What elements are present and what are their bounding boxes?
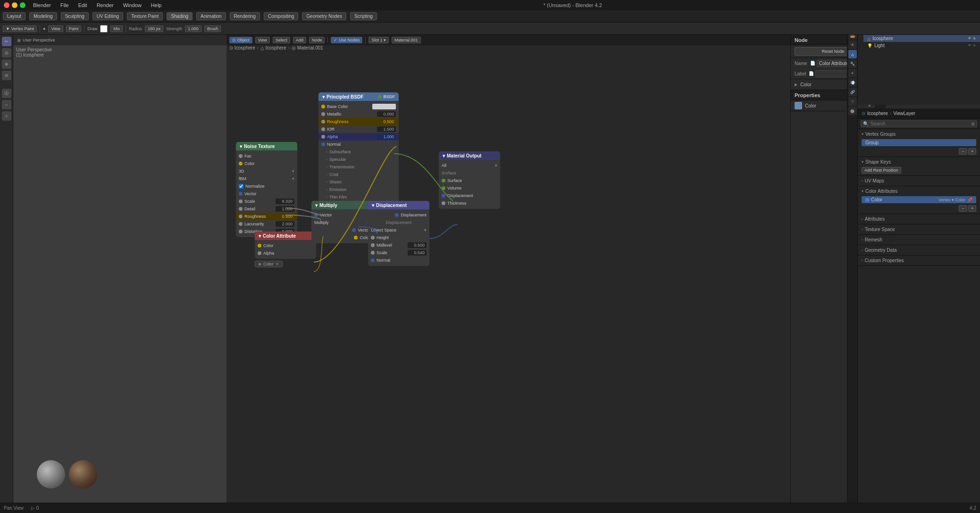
lacunarity-value[interactable]: 2.000 bbox=[276, 221, 294, 227]
header-select-btn[interactable]: Select bbox=[273, 37, 290, 43]
vtab-constraints[interactable]: 🔗 bbox=[848, 88, 857, 96]
color-attributes-label[interactable]: ▾ Color Attributes bbox=[858, 187, 980, 195]
base-color-swatch[interactable] bbox=[372, 104, 396, 109]
menu-file[interactable]: File bbox=[59, 2, 71, 8]
mode-compositing[interactable]: Compositing bbox=[264, 12, 299, 20]
detail-socket[interactable] bbox=[239, 207, 243, 211]
menu-edit[interactable]: Edit bbox=[76, 2, 89, 8]
volume-socket[interactable] bbox=[442, 186, 445, 190]
vector-socket[interactable] bbox=[239, 192, 243, 196]
ico-vis[interactable]: 👁 🖱 bbox=[968, 36, 976, 41]
texture-space-label[interactable]: › Texture Space bbox=[858, 225, 980, 233]
color-socket-out[interactable] bbox=[239, 162, 243, 165]
mode-rendering[interactable]: Rendering bbox=[230, 12, 260, 20]
close-button[interactable] bbox=[4, 2, 9, 8]
header-object-btn[interactable]: ⊙ Object bbox=[229, 37, 252, 43]
remesh-label[interactable]: › Remesh bbox=[858, 236, 980, 244]
mode-sculpting[interactable]: Sculpting bbox=[61, 12, 89, 20]
scale-socket[interactable] bbox=[239, 199, 243, 203]
principled-bsdf-node[interactable]: ▾ Principled BSDF BSDF Base Color Metall… bbox=[318, 92, 399, 203]
custom-properties-label[interactable]: › Custom Properties bbox=[858, 256, 980, 265]
mode-shading[interactable]: Shading bbox=[167, 12, 193, 20]
normalize-check[interactable] bbox=[239, 184, 243, 189]
vtab-modifier[interactable]: 🔧 bbox=[848, 59, 857, 68]
vg-minus[interactable]: − bbox=[959, 148, 967, 155]
use-nodes-btn[interactable]: ✓ Use Nodes bbox=[331, 37, 362, 43]
paint-btn[interactable]: Paint bbox=[66, 25, 82, 32]
noise-dim-arrow[interactable]: ▾ bbox=[292, 169, 294, 174]
mode-layout[interactable]: Layout bbox=[3, 12, 25, 20]
scale-disp-value[interactable]: 0.540 bbox=[408, 250, 427, 256]
mode-modeling[interactable]: Modeling bbox=[29, 12, 57, 20]
lacunarity-socket[interactable] bbox=[239, 222, 243, 226]
vg-plus[interactable]: + bbox=[968, 148, 976, 155]
roughness-socket[interactable] bbox=[239, 215, 243, 218]
search-field[interactable]: 🔍 ⚙ bbox=[861, 120, 977, 127]
height-socket[interactable] bbox=[371, 236, 375, 240]
fac-socket-out[interactable] bbox=[239, 154, 243, 158]
detail-value[interactable]: 1.000 bbox=[276, 206, 294, 212]
material-dropdown[interactable]: Material.001 bbox=[392, 37, 421, 43]
alpha-out-socket[interactable] bbox=[258, 251, 261, 255]
thinfilm-expand[interactable]: › bbox=[326, 195, 327, 199]
attributes-label[interactable]: › Attributes bbox=[858, 215, 980, 223]
shape-keys-label[interactable]: ▾ Shape Keys bbox=[858, 158, 980, 166]
draw-tool[interactable]: ✏ bbox=[2, 37, 11, 46]
header-node-btn[interactable]: Node bbox=[309, 37, 325, 43]
displacement-node[interactable]: ▾ Displacement Displacement Displacement… bbox=[368, 201, 429, 266]
metallic-value[interactable]: 0.000 bbox=[377, 111, 396, 117]
outliner-icosphere[interactable]: △ Icosphere 👁 🖱 bbox=[863, 35, 980, 42]
normal-socket[interactable] bbox=[321, 142, 325, 146]
color-collapse[interactable]: ▶ bbox=[795, 83, 797, 87]
multiply-node[interactable]: ▾ Multiply Vector Multiply ▾ Vector bbox=[311, 201, 373, 243]
annotate-tool[interactable]: Ⓐ bbox=[2, 89, 11, 98]
vtab-data[interactable]: ▽ bbox=[848, 97, 857, 106]
color-attr-active[interactable]: 📌 bbox=[967, 198, 972, 202]
geometry-data-label[interactable]: › Geometry Data bbox=[858, 246, 980, 254]
sheen-expand[interactable]: › bbox=[326, 180, 327, 184]
header-add-btn[interactable]: Add bbox=[293, 37, 306, 43]
node-editor[interactable]: ⊙ Object View Select Add Node ✓ Use Node… bbox=[226, 35, 886, 503]
vertex-group-item[interactable]: Group bbox=[862, 139, 976, 146]
light-vis[interactable]: 👁 🖱 bbox=[968, 43, 976, 48]
menu-window[interactable]: Window bbox=[121, 2, 143, 8]
sk-rest[interactable]: Add Rest Position bbox=[862, 167, 901, 174]
disp-out-socket[interactable] bbox=[395, 213, 399, 217]
surface-socket[interactable] bbox=[442, 179, 445, 182]
noise-type-arrow[interactable]: ▾ bbox=[292, 176, 294, 181]
ca-plus[interactable]: + bbox=[968, 205, 976, 212]
specular-expand[interactable]: › bbox=[326, 157, 327, 162]
search-input[interactable] bbox=[871, 121, 969, 126]
node-viewport[interactable]: ▾ Noise Texture Fac Color 3D ▾ fBM bbox=[226, 45, 886, 503]
midlevel-value[interactable]: 0.500 bbox=[408, 242, 427, 248]
vtab-physics[interactable]: 💨 bbox=[848, 78, 857, 87]
smear-tool[interactable]: ⊘ bbox=[2, 71, 11, 80]
menu-render[interactable]: Render bbox=[95, 2, 116, 8]
vtab-view[interactable]: 👁 bbox=[848, 41, 857, 49]
ior-value[interactable]: 1.500 bbox=[377, 126, 396, 132]
color-out-socket[interactable] bbox=[258, 244, 261, 248]
ior-socket[interactable] bbox=[321, 127, 325, 131]
mode-texture-paint[interactable]: Texture Paint bbox=[127, 12, 163, 20]
disp-space-arrow[interactable]: ▾ bbox=[424, 228, 427, 232]
mode-geometry-nodes[interactable]: Geometry Nodes bbox=[302, 12, 346, 20]
normal-disp-socket[interactable] bbox=[371, 258, 375, 262]
preview-sphere-textured[interactable] bbox=[69, 460, 97, 488]
color-attr-item[interactable]: Color Vertex ▾ Color 📌 bbox=[862, 196, 976, 203]
average-tool[interactable]: ⊕ bbox=[2, 59, 11, 69]
mult-out-socket[interactable] bbox=[352, 228, 356, 232]
bsdf-output-socket[interactable] bbox=[378, 95, 382, 99]
mode-uv[interactable]: UV Editing bbox=[92, 12, 123, 20]
header-view-btn[interactable]: View bbox=[255, 37, 270, 43]
slot-dropdown[interactable]: Slot 1 ▾ bbox=[369, 37, 389, 43]
strength-value[interactable]: 1.000 bbox=[185, 25, 201, 32]
roughness-bsdf-socket[interactable] bbox=[321, 120, 325, 124]
blur-tool[interactable]: ◎ bbox=[2, 48, 11, 58]
roughness-value[interactable]: 0.500 bbox=[276, 214, 294, 219]
alpha-socket[interactable] bbox=[321, 135, 325, 139]
vtab-material[interactable]: ⬤ bbox=[848, 107, 857, 115]
mode-scripting[interactable]: Scripting bbox=[350, 12, 377, 20]
mult-color-socket[interactable] bbox=[354, 236, 358, 240]
minimize-button[interactable] bbox=[12, 2, 17, 8]
uv-maps-label[interactable]: › UV Maps bbox=[858, 177, 980, 185]
